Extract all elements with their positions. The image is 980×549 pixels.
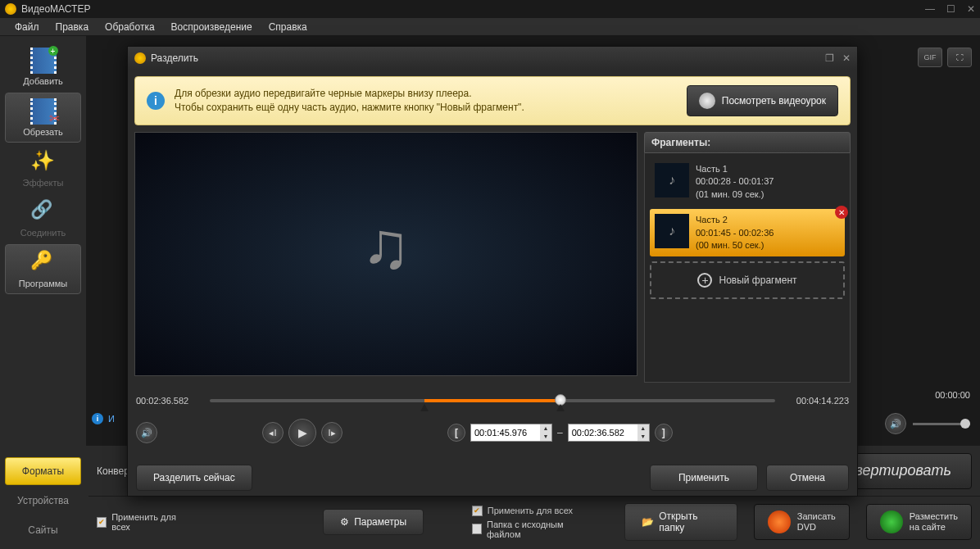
fragment-duration: (00 мин. 50 сек.) xyxy=(696,239,774,252)
timeline-track[interactable] xyxy=(210,399,775,402)
info-bar: i И xyxy=(92,413,115,424)
effects-icon: ✨ xyxy=(30,149,57,175)
spinner-up[interactable]: ▲ xyxy=(637,424,649,433)
fragment-thumb-icon: ♪ xyxy=(655,163,689,197)
publish-button[interactable]: Разместитьна сайте xyxy=(866,504,972,540)
fragment-title: Часть 1 xyxy=(696,163,774,175)
dialog-restore-button[interactable]: ❐ xyxy=(825,52,834,64)
app-title: ВидеоМАСТЕР xyxy=(21,3,925,15)
preview-area: ♫ xyxy=(134,132,637,376)
menu-process[interactable]: Обработка xyxy=(98,19,161,35)
join-icon: 🔗 xyxy=(30,199,57,225)
info-text: И xyxy=(108,414,115,424)
tool-add[interactable]: + Добавить xyxy=(5,43,81,91)
info-icon: i xyxy=(147,92,165,110)
hint-line-1: Для обрезки аудио передвигайте черные ма… xyxy=(175,87,677,101)
film-cut-icon: ✂ xyxy=(30,98,57,125)
plus-icon: + xyxy=(697,273,712,288)
tool-join[interactable]: 🔗 Соединить xyxy=(5,194,81,243)
app-icon xyxy=(5,3,16,15)
fragments-header: Фрагменты: xyxy=(644,132,851,153)
burn-dvd-button[interactable]: ЗаписатьDVD xyxy=(754,504,850,540)
webcam-icon xyxy=(699,93,715,109)
source-folder-checkbox[interactable]: Папка с исходным файлом xyxy=(472,520,592,539)
dialog-icon xyxy=(134,52,146,64)
cancel-button[interactable]: Отмена xyxy=(766,465,849,491)
timeline-start-time: 00:02:36.582 xyxy=(136,396,202,406)
tools-panel: + Добавить ✂ Обрезать ✨ Эффекты 🔗 Соедин… xyxy=(0,36,86,446)
menu-file[interactable]: Файл xyxy=(8,19,46,35)
open-folder-button[interactable]: 📂Открыть папку xyxy=(624,503,737,541)
fragment-item[interactable]: ♪ Часть 1 00:00:28 - 00:01:37 (01 мин. 0… xyxy=(650,158,845,206)
new-fragment-button[interactable]: + Новый фрагмент xyxy=(650,261,845,299)
tab-devices[interactable]: Устройства xyxy=(5,487,81,515)
tool-effects-label: Эффекты xyxy=(22,178,63,188)
dialog-close-button[interactable]: ✕ xyxy=(842,52,851,64)
close-button[interactable]: ✕ xyxy=(967,3,975,15)
split-now-button[interactable]: Разделить сейчас xyxy=(136,465,252,491)
out-time-field[interactable] xyxy=(569,428,637,438)
dialog-title: Разделить xyxy=(151,52,825,64)
menu-bar: Файл Правка Обработка Воспроизведение Сп… xyxy=(0,18,980,36)
apply-button[interactable]: Применить xyxy=(650,465,758,491)
volume-control[interactable]: 🔊 xyxy=(885,413,970,434)
fragment-thumb-icon: ♪ xyxy=(655,214,689,248)
fragment-title: Часть 2 xyxy=(696,214,774,226)
globe-icon xyxy=(880,510,903,533)
hint-banner: i Для обрезки аудио передвигайте черные … xyxy=(134,76,851,125)
tab-sites[interactable]: Сайты xyxy=(5,516,81,544)
spinner-up[interactable]: ▲ xyxy=(540,424,551,433)
fragment-delete-button[interactable]: ✕ xyxy=(835,206,848,219)
set-out-button[interactable]: ] xyxy=(655,424,673,442)
fragment-item[interactable]: ♪ Часть 2 00:01:45 - 00:02:36 (00 мин. 5… xyxy=(650,209,845,256)
timeline-marker-in[interactable] xyxy=(420,404,429,411)
prev-frame-button[interactable]: ◂I xyxy=(262,422,284,443)
in-time-field[interactable] xyxy=(471,428,540,438)
tool-add-label: Добавить xyxy=(23,76,63,86)
menu-playback[interactable]: Воспроизведение xyxy=(165,19,259,35)
timeline: 00:02:36.582 00:04:14.223 xyxy=(128,383,857,411)
set-in-button[interactable]: [ xyxy=(447,424,465,442)
apply-all-2-checkbox[interactable]: ✔ Применить для всех xyxy=(472,506,592,516)
gif-button[interactable]: GIF xyxy=(918,48,942,67)
hint-line-2: Чтобы сохранить ещё одну часть аудио, на… xyxy=(175,101,677,115)
tool-effects[interactable]: ✨ Эффекты xyxy=(5,144,81,193)
checkbox-icon: ✔ xyxy=(472,506,483,516)
maximize-button[interactable]: ☐ xyxy=(946,3,955,15)
minimize-button[interactable]: — xyxy=(925,3,935,15)
fullscreen-button[interactable]: ⛶ xyxy=(947,48,972,67)
programs-icon: 🔑 xyxy=(30,250,57,276)
playback-time: 00:00:00 xyxy=(935,390,970,400)
tool-cut-label: Обрезать xyxy=(23,127,63,137)
spinner-down[interactable]: ▼ xyxy=(637,433,649,441)
fragments-list: ♪ Часть 1 00:00:28 - 00:01:37 (01 мин. 0… xyxy=(644,153,851,383)
parameters-button[interactable]: ⚙Параметры xyxy=(323,509,424,535)
film-add-icon: + xyxy=(30,48,57,74)
tool-join-label: Соединить xyxy=(20,228,66,238)
dialog-titlebar[interactable]: Разделить ❐ ✕ xyxy=(128,47,857,70)
dvd-icon xyxy=(768,510,791,533)
tool-programs[interactable]: 🔑 Программы xyxy=(5,244,81,294)
timeline-marker-out[interactable] xyxy=(556,404,565,411)
tab-formats[interactable]: Форматы xyxy=(5,457,81,485)
tool-cut[interactable]: ✂ Обрезать xyxy=(5,93,81,143)
fragment-range: 00:01:45 - 00:02:36 xyxy=(696,227,774,239)
apply-all-checkbox[interactable]: ✔ Применить для всех xyxy=(97,512,191,532)
mute-button[interactable]: 🔊 xyxy=(136,422,157,443)
fragment-range: 00:00:28 - 00:01:37 xyxy=(696,175,774,188)
info-icon: i xyxy=(92,413,103,424)
next-frame-button[interactable]: I▸ xyxy=(321,422,343,443)
menu-help[interactable]: Справка xyxy=(262,19,314,35)
tool-programs-label: Программы xyxy=(19,279,67,288)
title-bar: ВидеоМАСТЕР — ☐ ✕ xyxy=(0,0,980,18)
in-time-input[interactable]: ▲▼ xyxy=(470,424,552,442)
checkbox-icon: ✔ xyxy=(97,517,107,528)
checkbox-icon xyxy=(472,524,482,534)
play-button[interactable]: ▶ xyxy=(288,419,316,447)
gear-icon: ⚙ xyxy=(340,516,349,528)
spinner-down[interactable]: ▼ xyxy=(540,433,551,441)
menu-edit[interactable]: Правка xyxy=(49,19,96,35)
out-time-input[interactable]: ▲▼ xyxy=(568,424,650,442)
watch-tutorial-button[interactable]: Посмотреть видеоурок xyxy=(687,85,838,116)
volume-icon[interactable]: 🔊 xyxy=(885,413,906,434)
